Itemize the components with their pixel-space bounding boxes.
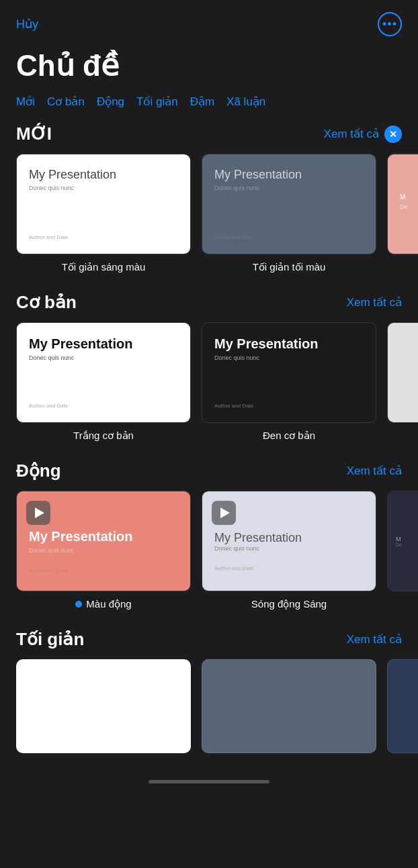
play-triangle-icon (220, 508, 230, 518)
card-thumb-song-dong-sang: My Presentation Donec quis nunc Author a… (202, 491, 376, 591)
slide-title: My Presentation (29, 529, 178, 544)
card-toigian-3[interactable] (387, 659, 418, 753)
section-dong-header: Động Xem tất cả (0, 461, 418, 491)
card-thumb-coban-partial (387, 322, 418, 423)
card-toigian-2[interactable] (202, 659, 376, 753)
slide-subtitle: Donec quis nunc (29, 354, 178, 361)
slide-author: Author and Date (214, 403, 364, 409)
section-toigian-header: Tối giản Xem tất cả (0, 629, 418, 659)
section-coban-title: Cơ bản (16, 292, 77, 313)
card-label-text: Màu động (86, 598, 131, 610)
card-toi-gian-toi[interactable]: My Presentation Donec quis nunc Author a… (202, 154, 376, 273)
section-dong-seeall[interactable]: Xem tất cả (347, 464, 402, 478)
slide-subtitle: Donec quis nunc (29, 185, 178, 191)
slide-subtitle-partial: Do (400, 203, 418, 210)
section-toigian: Tối giản Xem tất cả (0, 629, 418, 760)
section-moi: MỚI Xem tất cả ✕ My Presentation Donec q… (0, 124, 418, 292)
section-toigian-title: Tối giản (16, 629, 84, 650)
card-thumb-den-coban: My Presentation Donec quis nunc Author a… (202, 322, 376, 423)
card-thumb-trang-coban: My Presentation Donec quis nunc Author a… (16, 322, 191, 423)
filter-item-moi[interactable]: Mới (16, 95, 42, 109)
play-icon (212, 501, 236, 525)
slide-author: Author and Date (214, 565, 364, 571)
slide-title: My Presentation (29, 336, 178, 352)
section-coban-header: Cơ bản Xem tất cả (0, 292, 418, 322)
section-dong: Động Xem tất cả My Presentation Donec qu… (0, 461, 418, 629)
play-triangle-icon (35, 508, 44, 518)
close-icon: ✕ (389, 129, 397, 140)
play-icon (26, 501, 50, 525)
slide-title: My Presentation (29, 168, 178, 182)
ellipsis-icon: ••• (382, 17, 397, 32)
slide-author: Author and Date (29, 234, 178, 240)
filter-item-dong[interactable]: Động (97, 95, 131, 109)
more-button[interactable]: ••• (378, 12, 402, 36)
slide-author: Author and Date (29, 403, 178, 409)
section-moi-title: MỚI (16, 124, 52, 144)
card-dong-partial[interactable]: M Do (387, 491, 418, 610)
card-trang-coban[interactable]: My Presentation Donec quis nunc Author a… (16, 322, 191, 442)
section-dong-cards: My Presentation Donec quis nunc Author a… (0, 491, 418, 610)
card-thumb-toi-gian-sang: My Presentation Donec quis nunc Author a… (16, 154, 191, 254)
bottom-indicator (0, 773, 418, 786)
section-coban: Cơ bản Xem tất cả My Presentation Donec … (0, 292, 418, 461)
card-label-den-coban: Đen cơ bản (263, 430, 315, 442)
card-pink-partial[interactable]: M Do (387, 154, 418, 273)
section-moi-cards: My Presentation Donec quis nunc Author a… (0, 154, 418, 273)
card-label-toi-gian-toi: Tối giản tối màu (253, 261, 326, 273)
filter-bar: Mới Cơ bản Động Tối giản Đậm Xã luận (0, 95, 418, 124)
section-coban-seeall[interactable]: Xem tất cả (347, 295, 402, 309)
card-toigian-1[interactable] (16, 659, 191, 753)
card-thumb-mau-dong: My Presentation Donec quis nunc Author a… (16, 491, 191, 591)
card-mau-dong[interactable]: My Presentation Donec quis nunc Author a… (16, 491, 191, 610)
slide-title-partial: M (400, 193, 418, 201)
slide-subtitle: Donec quis nunc (214, 545, 364, 552)
active-dot-indicator (75, 601, 82, 608)
top-bar: Hủy ••• (0, 0, 418, 43)
card-toi-gian-sang[interactable]: My Presentation Donec quis nunc Author a… (16, 154, 191, 273)
card-label-mau-dong: Màu động (75, 598, 131, 610)
slide-title: My Presentation (214, 531, 364, 545)
card-thumb-pink-partial: M Do (387, 154, 418, 254)
filter-item-toigian[interactable]: Tối giản (136, 95, 185, 109)
slide-author: Author and Date (214, 234, 364, 240)
close-badge[interactable]: ✕ (384, 126, 402, 143)
slide-subtitle: Donec quis nunc (29, 547, 178, 554)
section-moi-header: MỚI Xem tất cả ✕ (0, 124, 418, 154)
card-song-dong-sang[interactable]: My Presentation Donec quis nunc Author a… (202, 491, 376, 610)
slide-title: My Presentation (214, 168, 364, 182)
card-label-trang-coban: Trắng cơ bản (73, 430, 134, 442)
slide-title: My Presentation (214, 336, 364, 352)
slide-subtitle: Donec quis nunc (214, 354, 364, 361)
card-thumb-toi-gian-toi: My Presentation Donec quis nunc Author a… (202, 154, 376, 254)
card-thumb-dong-partial: M Do (387, 491, 418, 591)
section-moi-seeall-label: Xem tất cả (324, 127, 379, 141)
section-toigian-cards (0, 659, 418, 753)
home-indicator-bar (149, 780, 269, 783)
card-coban-partial[interactable] (387, 322, 418, 442)
cancel-button[interactable]: Hủy (16, 17, 38, 32)
slide-subtitle: Donec quis nunc (214, 185, 364, 191)
filter-item-dam[interactable]: Đậm (190, 95, 221, 109)
slide-author: Author and Date (29, 567, 178, 573)
section-toigian-seeall[interactable]: Xem tất cả (347, 632, 402, 646)
section-moi-seeall[interactable]: Xem tất cả ✕ (324, 126, 402, 143)
section-dong-title: Động (16, 461, 61, 481)
card-den-coban[interactable]: My Presentation Donec quis nunc Author a… (202, 322, 376, 442)
card-label-song-dong-sang: Sóng động Sáng (251, 598, 327, 610)
filter-item-xaluan[interactable]: Xã luận (226, 95, 272, 109)
page-title: Chủ đề (0, 43, 418, 95)
filter-item-coban[interactable]: Cơ bản (47, 95, 91, 109)
section-coban-cards: My Presentation Donec quis nunc Author a… (0, 322, 418, 442)
card-label-toi-gian-sang: Tối giản sáng màu (62, 261, 146, 273)
